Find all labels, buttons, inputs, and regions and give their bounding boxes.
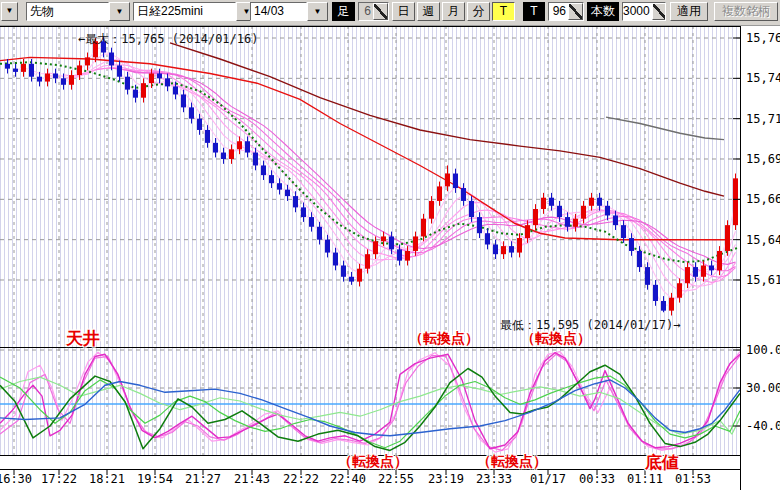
market-combobox[interactable]: 先物 ▼	[26, 2, 130, 21]
price-axis-label: 15,640	[746, 233, 780, 247]
bottom-price-annotation: 底値	[645, 451, 679, 474]
symbol-combobox-value: 日経225mini	[133, 2, 236, 21]
symbol-combobox[interactable]: 日経225mini ▼	[133, 2, 257, 21]
time-axis-label: 17:22	[41, 472, 77, 486]
time-axis-label: 23:19	[428, 472, 464, 486]
chart-application-window: ▼ 先物 ▼ 日経225mini ▼ 14/03 ▼ 足 6 日 週 月 分 T…	[0, 0, 780, 500]
time-axis-label: 00:33	[579, 472, 615, 486]
price-axis-label: 15,615	[746, 273, 780, 287]
price-axis-label: 15,690	[746, 152, 780, 166]
contract-month-value: 14/03	[250, 2, 307, 21]
long-ma-gray	[606, 117, 724, 140]
stoch-dark-green	[0, 365, 740, 450]
oscillator-panel	[0, 352, 740, 453]
spinner-icon[interactable]	[568, 3, 583, 20]
toolbar: ▼ 先物 ▼ 日経225mini ▼ 14/03 ▼ 足 6 日 週 月 分 T…	[0, 0, 780, 26]
chevron-down-icon[interactable]: ▼	[109, 2, 130, 21]
chevron-down-icon[interactable]: ▼	[1, 2, 18, 21]
bar-type-label: 足	[332, 2, 355, 21]
time-axis-label: 18:21	[89, 472, 125, 486]
oscillator-axis-label: 30.00	[746, 381, 780, 395]
period-tick-button[interactable]: T	[492, 2, 515, 21]
price-axis-label: 15,665	[746, 192, 780, 206]
multi-symbol-button[interactable]: 複数銘柄	[714, 2, 778, 21]
bar-count-value: 3000	[623, 3, 652, 20]
period-minute-button[interactable]: 分	[467, 2, 490, 21]
time-axis-label: 22:55	[378, 472, 414, 486]
time-axis-label: 22:40	[330, 472, 366, 486]
ceiling-annotation: 天井	[66, 327, 100, 350]
market-combobox-value: 先物	[26, 2, 109, 21]
chevron-down-icon[interactable]: ▼	[307, 2, 328, 21]
turning-point-annotation: （転換点）	[409, 330, 479, 348]
period-month-button[interactable]: 月	[442, 2, 465, 21]
price-axis-label: 15,740	[746, 71, 780, 85]
interval-value: 6	[359, 3, 373, 20]
tick-size-value: 96	[549, 3, 568, 20]
period-week-button[interactable]: 週	[417, 2, 440, 21]
time-axis-label: 01:53	[675, 472, 711, 486]
interval-stepper[interactable]: 6	[358, 2, 389, 21]
time-axis-label: 21:27	[185, 472, 221, 486]
tick-size-label: T	[523, 2, 545, 21]
time-axis-label: 16:30	[0, 472, 32, 486]
turning-point-annotation: （転換点）	[338, 453, 408, 471]
apply-button[interactable]: 適用	[670, 2, 708, 21]
max-price-annotation: ←最大：15,765 (2014/01/16)	[78, 31, 259, 48]
period-day-button[interactable]: 日	[392, 2, 415, 21]
turning-point-annotation: （転換点）	[521, 330, 591, 348]
bar-count-label: 本数	[587, 2, 619, 21]
bar-count-stepper[interactable]: 3000	[622, 2, 666, 21]
price-and-oscillator-chart[interactable]: 15,76515,74015,71515,69015,66515,64015,6…	[0, 0, 780, 500]
price-axis-label: 15,715	[746, 112, 780, 126]
axes-frame	[0, 26, 741, 490]
spinner-icon[interactable]	[373, 3, 388, 20]
time-axis-label: 01/17	[530, 472, 566, 486]
time-axis-label: 23:33	[476, 472, 512, 486]
contract-month-combobox[interactable]: 14/03 ▼	[250, 2, 328, 21]
turning-point-annotation: （転換点）	[477, 453, 547, 471]
spinner-icon[interactable]	[652, 3, 666, 20]
time-axis-label: 21:43	[234, 472, 270, 486]
oscillator-axis-label: -40.00	[746, 419, 780, 433]
tick-size-stepper[interactable]: 96	[548, 2, 584, 21]
time-axis-label: 22:22	[283, 472, 319, 486]
oscillator-axis-label: 100.00	[746, 343, 780, 357]
ma-ribbon	[16, 47, 736, 306]
time-axis-label: 01:11	[627, 472, 663, 486]
time-axis-label: 19:54	[137, 472, 173, 486]
price-axis-label: 15,765	[746, 31, 780, 45]
